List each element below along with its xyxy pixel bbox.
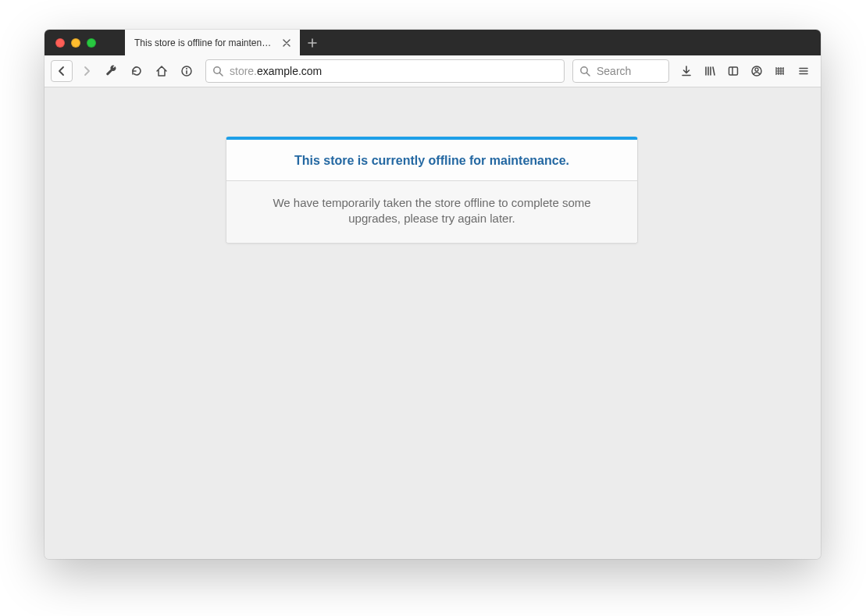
- search-icon: [212, 66, 223, 77]
- window-close-button[interactable]: [55, 38, 65, 48]
- toolbar: store.example.com: [45, 55, 821, 87]
- extension-button[interactable]: [769, 60, 791, 82]
- home-icon: [155, 65, 168, 77]
- maintenance-message: We have temporarily taken the store offl…: [226, 181, 637, 243]
- home-button[interactable]: [151, 60, 173, 82]
- window-minimize-button[interactable]: [71, 38, 80, 48]
- site-info-button[interactable]: [176, 60, 198, 82]
- forward-arrow-icon: [80, 65, 93, 77]
- download-icon: [680, 65, 693, 77]
- window-controls: [45, 30, 125, 55]
- reload-icon: [130, 65, 143, 77]
- svg-line-4: [219, 73, 223, 76]
- wrench-icon: [105, 65, 118, 77]
- reload-button[interactable]: [126, 60, 148, 82]
- toolbar-right: [675, 60, 814, 82]
- search-bar[interactable]: [572, 59, 669, 83]
- plus-icon: [308, 38, 317, 48]
- info-icon: [180, 65, 193, 77]
- account-button[interactable]: [746, 60, 768, 82]
- svg-point-11: [755, 68, 758, 71]
- url-text: store.example.com: [230, 65, 322, 77]
- url-domain: example.com: [257, 65, 322, 77]
- tab-title: This store is offline for maintenance: [134, 37, 275, 48]
- search-icon: [579, 66, 590, 77]
- maintenance-heading: This store is currently offline for main…: [226, 140, 637, 181]
- browser-tab[interactable]: This store is offline for maintenance: [125, 30, 300, 55]
- svg-point-1: [186, 68, 187, 69]
- back-button[interactable]: [51, 60, 73, 82]
- downloads-button[interactable]: [675, 60, 697, 82]
- dev-tools-button[interactable]: [101, 60, 123, 82]
- forward-button[interactable]: [76, 60, 98, 82]
- menu-button[interactable]: [793, 60, 814, 82]
- account-icon: [750, 65, 763, 77]
- grid-icon: [774, 65, 786, 77]
- sidebar-icon: [727, 65, 739, 77]
- library-button[interactable]: [699, 60, 721, 82]
- address-bar[interactable]: store.example.com: [205, 59, 565, 83]
- close-icon: [283, 39, 290, 47]
- search-input[interactable]: [597, 65, 662, 77]
- svg-line-6: [586, 73, 590, 76]
- page-content: This store is currently offline for main…: [45, 87, 821, 559]
- new-tab-button[interactable]: [300, 30, 325, 55]
- window-maximize-button[interactable]: [87, 38, 96, 48]
- back-arrow-icon: [55, 65, 68, 77]
- url-prefix: store.: [230, 65, 257, 77]
- hamburger-icon: [797, 65, 810, 77]
- maintenance-card: This store is currently offline for main…: [226, 137, 638, 244]
- tab-close-button[interactable]: [281, 37, 292, 48]
- tab-strip: This store is offline for maintenance: [45, 30, 821, 55]
- library-icon: [704, 65, 716, 77]
- svg-rect-2: [186, 70, 187, 74]
- sidebar-button[interactable]: [722, 60, 744, 82]
- svg-rect-8: [729, 67, 738, 75]
- browser-window: This store is offline for maintenance: [45, 30, 821, 559]
